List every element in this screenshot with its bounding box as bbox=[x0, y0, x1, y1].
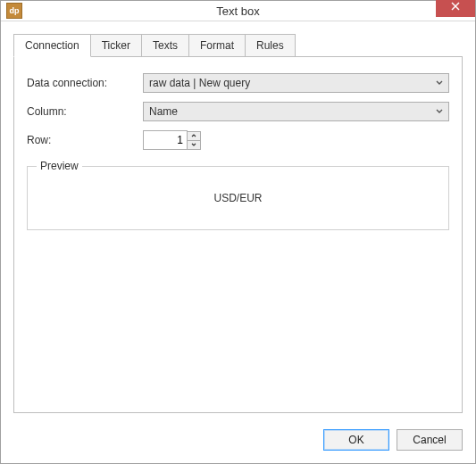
label-data-connection: Data connection: bbox=[27, 77, 143, 89]
tab-label: Texts bbox=[153, 39, 178, 52]
chevron-down-icon bbox=[436, 80, 443, 86]
close-icon bbox=[451, 1, 460, 13]
app-icon: dp bbox=[6, 3, 22, 19]
tab-texts[interactable]: Texts bbox=[141, 34, 189, 56]
tab-connection[interactable]: Connection bbox=[13, 34, 91, 57]
app-icon-text: dp bbox=[10, 6, 20, 15]
dialog-body: Connection Ticker Texts Format Rules Dat… bbox=[1, 21, 475, 420]
ok-button[interactable]: OK bbox=[323, 429, 389, 451]
select-value: Name bbox=[149, 105, 178, 118]
select-data-connection[interactable]: raw data | New query bbox=[143, 73, 449, 93]
title-bar: dp Text box bbox=[1, 1, 475, 21]
chevron-down-icon bbox=[436, 109, 443, 114]
preview-fieldset: Preview USD/EUR bbox=[27, 166, 449, 230]
label-row: Row: bbox=[27, 134, 143, 146]
chevron-down-icon bbox=[191, 143, 196, 146]
preview-value: USD/EUR bbox=[37, 192, 439, 204]
row-spinner bbox=[143, 130, 201, 150]
spinner-down-button[interactable] bbox=[187, 140, 201, 150]
select-value: raw data | New query bbox=[149, 77, 250, 89]
row-input[interactable] bbox=[143, 130, 188, 150]
close-button[interactable] bbox=[436, 0, 475, 17]
tab-strip: Connection Ticker Texts Format Rules bbox=[13, 34, 463, 56]
tab-label: Ticker bbox=[102, 39, 130, 52]
dialog-window: dp Text box Connection Ticker Texts Form… bbox=[0, 0, 476, 464]
row-data-connection: Data connection: raw data | New query bbox=[27, 73, 449, 93]
chevron-up-icon bbox=[191, 134, 196, 137]
tab-format[interactable]: Format bbox=[188, 34, 246, 56]
preview-legend: Preview bbox=[37, 160, 82, 172]
row-row: Row: bbox=[27, 130, 449, 150]
select-column[interactable]: Name bbox=[143, 102, 449, 121]
tab-label: Format bbox=[200, 39, 234, 52]
spinner-buttons bbox=[187, 131, 201, 150]
tab-label: Connection bbox=[25, 39, 79, 52]
window-title: Text box bbox=[1, 4, 475, 18]
cancel-button[interactable]: Cancel bbox=[397, 429, 463, 451]
tab-ticker[interactable]: Ticker bbox=[90, 34, 142, 56]
row-column: Column: Name bbox=[27, 102, 449, 121]
label-column: Column: bbox=[27, 105, 143, 118]
tab-rules[interactable]: Rules bbox=[245, 34, 296, 56]
tab-label: Rules bbox=[256, 39, 284, 52]
tab-panel-connection: Data connection: raw data | New query Co… bbox=[13, 56, 463, 413]
dialog-footer: OK Cancel bbox=[1, 420, 475, 463]
